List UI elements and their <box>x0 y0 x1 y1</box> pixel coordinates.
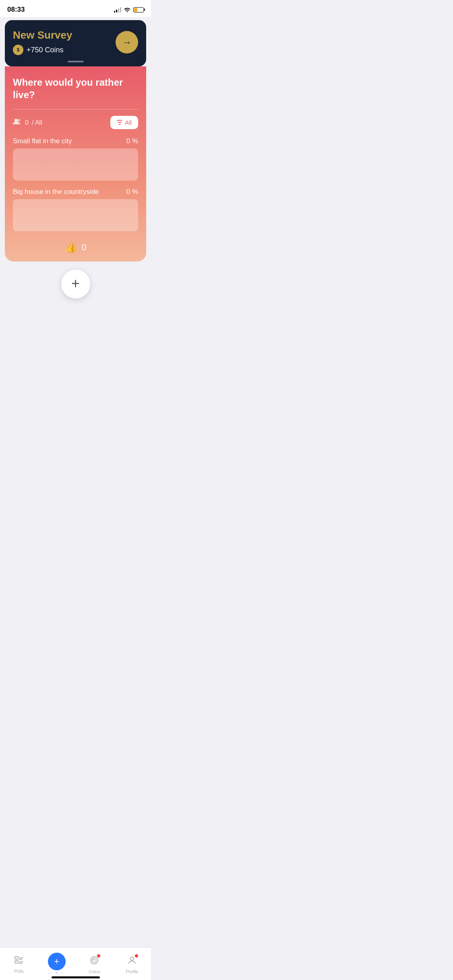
thumbs-up-icon[interactable]: 👍 <box>64 241 77 253</box>
svg-point-1 <box>18 119 20 121</box>
signal-icon <box>114 7 121 12</box>
voters-suffix: / All <box>32 119 42 126</box>
voters-icon <box>13 118 22 127</box>
survey-title: New Survey <box>13 29 72 41</box>
like-row: 👍 0 <box>13 241 138 253</box>
arrow-icon: → <box>122 37 132 48</box>
survey-banner: New Survey $ +750 Coins → <box>5 20 146 66</box>
svg-point-0 <box>14 119 18 122</box>
voters-count: 0 <box>25 119 29 126</box>
wifi-icon <box>124 6 131 13</box>
poll-option-2[interactable]: Big house in the countryside 0 % <box>13 188 138 231</box>
plus-icon: + <box>71 276 80 291</box>
poll-question: Where would you rather live? <box>13 76 138 101</box>
coin-icon: $ <box>13 45 23 55</box>
filter-icon <box>117 119 122 126</box>
poll-meta: 0 / All All <box>13 116 138 129</box>
option-2-header: Big house in the countryside 0 % <box>13 188 138 196</box>
fab-area: + <box>0 261 151 305</box>
option-2-bar <box>13 199 138 231</box>
poll-divider <box>13 109 138 109</box>
filter-label: All <box>125 119 132 126</box>
banner-handle <box>68 61 84 62</box>
poll-card: Where would you rather live? 0 / All <box>5 66 146 261</box>
option-1-percent: 0 % <box>126 137 138 145</box>
option-2-percent: 0 % <box>126 188 138 196</box>
add-poll-fab[interactable]: + <box>61 270 90 299</box>
option-2-label: Big house in the countryside <box>13 188 99 196</box>
status-time: 08:33 <box>7 6 25 14</box>
survey-arrow-button[interactable]: → <box>116 31 138 54</box>
filter-button[interactable]: All <box>110 116 138 129</box>
voters-info: 0 / All <box>13 118 42 127</box>
option-1-header: Small flat in the city 0 % <box>13 137 138 145</box>
battery-icon <box>133 7 144 12</box>
coins-row: $ +750 Coins <box>13 45 72 55</box>
like-count: 0 <box>81 242 86 253</box>
coins-label: +750 Coins <box>27 46 64 54</box>
option-1-bar <box>13 148 138 181</box>
status-icons <box>114 6 144 13</box>
poll-option-1[interactable]: Small flat in the city 0 % <box>13 137 138 181</box>
survey-banner-text: New Survey $ +750 Coins <box>13 29 72 55</box>
status-bar: 08:33 <box>0 0 151 17</box>
option-1-label: Small flat in the city <box>13 137 72 145</box>
